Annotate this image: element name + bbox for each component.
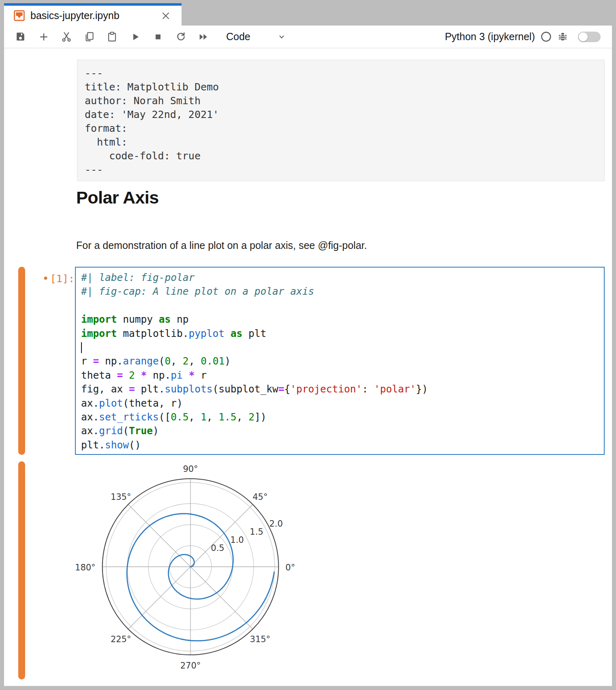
scissors-icon [61,31,72,43]
code-line: ax.plot(theta, r) [81,396,604,410]
copy-cells-button[interactable] [83,31,95,43]
raw-cell-text: --- title: Matplotlib Demo author: Norah… [85,66,604,177]
simple-mode-toggle[interactable] [578,32,601,42]
code-line: ax.grid(True) [81,424,604,438]
tab-title: basics-jupyter.ipynb [30,10,160,21]
execution-count: [1]: [50,273,75,285]
fast-forward-icon [198,31,209,43]
code-line: ax.set_rticks([0.5, 1, 1.5, 2]) [81,410,604,424]
stop-icon [153,32,163,42]
paste-cells-button[interactable] [106,31,118,43]
code-line: theta = 2 * np.pi * r [81,369,604,382]
code-line: #| fig-cap: A line plot on a polar axis [81,285,604,298]
raw-frontmatter-cell[interactable]: --- title: Matplotlib Demo author: Norah… [77,60,605,181]
kernel-name[interactable]: Python 3 (ipykernel) [445,31,535,43]
restart-run-all-button[interactable] [198,31,209,43]
markdown-heading[interactable]: Polar Axis [76,188,159,208]
code-line: #| label: fig-polar [81,271,604,285]
svg-text:2.0: 2.0 [269,519,282,529]
notebook-toolbar: Code Python 3 (ipykernel) [4,26,612,48]
notebook-content: --- title: Matplotlib Demo author: Norah… [4,48,612,686]
code-line: r = np.arange(0, 2, 0.01) [81,354,604,368]
svg-text:270°: 270° [180,661,201,671]
debugger-bug-icon[interactable] [557,31,568,42]
svg-text:1.0: 1.0 [230,535,244,545]
copy-icon [84,31,95,42]
code-line: plt.show() [81,438,604,452]
svg-text:180°: 180° [75,563,96,572]
interrupt-kernel-button[interactable] [152,31,164,43]
svg-text:90°: 90° [183,464,198,474]
paste-icon [107,31,118,42]
dirty-dot: • [43,272,49,285]
svg-text:315°: 315° [250,634,271,644]
kernel-status-icon [541,31,552,42]
input-collapser-bar[interactable] [18,267,25,455]
svg-text:135°: 135° [111,492,131,502]
svg-text:225°: 225° [111,634,131,644]
code-line: fig, ax = plt.subplots(subplot_kw={'proj… [81,382,604,396]
notebook-tab[interactable]: basics-jupyter.ipynb [4,3,182,26]
run-cell-button[interactable] [130,31,141,43]
cell-type-dropdown[interactable]: Code [226,31,286,43]
code-cell-editor[interactable]: #| label: fig-polar#| fig-cap: A line pl… [75,267,605,455]
save-icon [15,32,26,42]
toggle-knob [579,32,588,41]
code-line [81,299,604,313]
restart-icon [175,31,186,42]
code-line: import matplotlib.pyplot as plt [81,327,604,341]
cell-type-value: Code [226,31,250,43]
code-line [81,341,604,354]
cut-cells-button[interactable] [61,31,72,43]
svg-text:0.5: 0.5 [211,543,224,553]
insert-cell-button[interactable] [38,31,49,43]
save-button[interactable] [15,31,26,43]
plus-icon [38,32,49,42]
text-cursor [81,342,82,353]
chevron-down-icon [277,32,286,41]
polar-plot-output: 0°45°90°135°180°225°270°315°0.51.01.52.0 [69,458,304,684]
execution-prompt: • [1]: [32,272,75,285]
markdown-paragraph[interactable]: For a demonstration of a line plot on a … [76,240,367,251]
notebook-file-icon [14,10,25,21]
run-icon [130,32,140,42]
svg-text:0°: 0° [285,563,295,572]
output-collapser-bar[interactable] [18,461,25,679]
code-line: import numpy as np [81,313,604,326]
svg-text:1.5: 1.5 [250,527,263,537]
polar-plot-svg: 0°45°90°135°180°225°270°315°0.51.01.52.0 [69,458,304,684]
restart-kernel-button[interactable] [175,31,186,43]
svg-text:45°: 45° [252,492,267,502]
tab-close-icon[interactable] [160,11,171,21]
